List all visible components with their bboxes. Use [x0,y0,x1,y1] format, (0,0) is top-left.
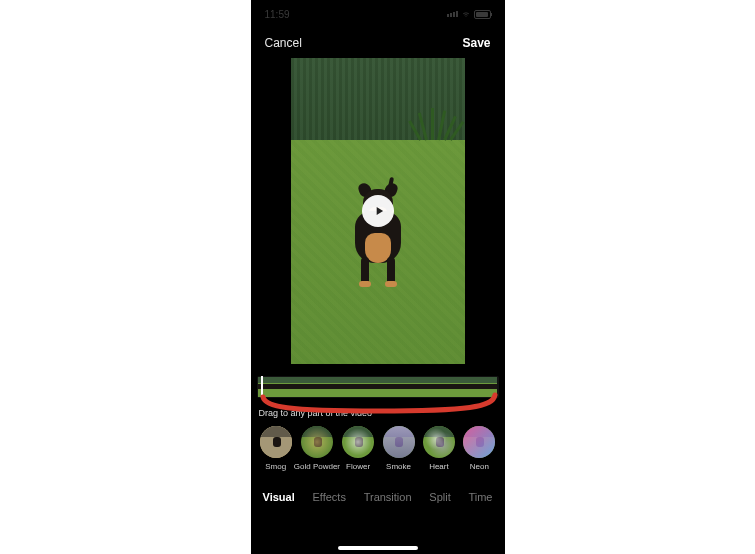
preview-plant [415,84,459,140]
filter-label: Gold Powder [294,462,340,471]
tab-time[interactable]: Time [466,487,494,507]
cancel-button[interactable]: Cancel [261,32,306,54]
filter-label: Heart [429,462,449,471]
drag-hint: Drag to any part of the video [251,398,505,426]
filter-label: Smog [265,462,286,471]
filter-thumb [260,426,292,458]
video-preview[interactable] [291,58,465,364]
filter-thumb [423,426,455,458]
tab-split[interactable]: Split [427,487,452,507]
wifi-icon [461,10,471,18]
tab-effects[interactable]: Effects [310,487,347,507]
filter-label: Flower [346,462,370,471]
tab-transition[interactable]: Transition [362,487,414,507]
play-icon[interactable] [362,195,394,227]
clock: 11:59 [265,9,290,20]
tab-visual[interactable]: Visual [261,487,297,507]
battery-icon [474,10,491,19]
effect-tabs: Visual Effects Transition Split Time [251,471,505,513]
phone-screen: 11:59 Cancel Save [251,0,505,554]
cellular-icon [447,11,458,17]
filter-thumb [383,426,415,458]
status-bar: 11:59 [251,0,505,28]
filter-neon[interactable]: Neon [460,426,498,471]
filter-smoke[interactable]: Smoke [379,426,417,471]
preview-area [251,58,505,372]
filter-smog[interactable]: Smog [257,426,295,471]
filter-thumb [301,426,333,458]
save-button[interactable]: Save [458,32,494,54]
filter-flower[interactable]: Flower [339,426,377,471]
home-indicator[interactable] [338,546,418,550]
timeline[interactable] [257,376,499,398]
filter-thumb [463,426,495,458]
editor-header: Cancel Save [251,28,505,58]
filter-gold-powder[interactable]: Gold Powder [297,426,337,471]
filter-row: Smog Gold Powder Flower Smoke Heart Neon [251,426,505,471]
playhead[interactable] [261,376,263,398]
status-icons [447,10,491,19]
timeline-frames [258,377,498,397]
filter-heart[interactable]: Heart [420,426,458,471]
filter-thumb [342,426,374,458]
filter-label: Smoke [386,462,411,471]
filter-label: Neon [470,462,489,471]
